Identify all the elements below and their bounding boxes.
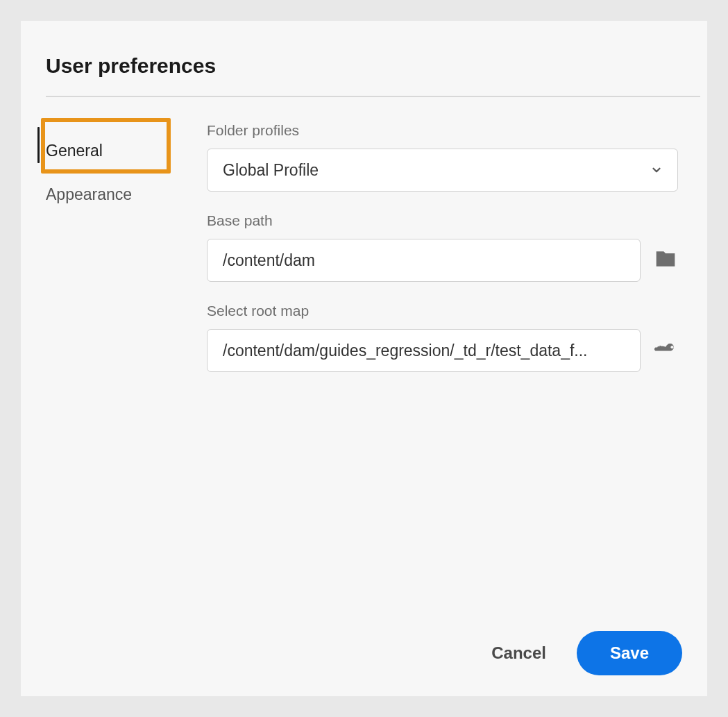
base-path-value: /content/dam: [223, 251, 315, 270]
browse-folder-button[interactable]: [653, 248, 678, 273]
save-button[interactable]: Save: [577, 631, 682, 675]
active-tab-indicator: [37, 127, 40, 163]
folder-profiles-value: Global Profile: [223, 161, 319, 180]
base-path-label: Base path: [207, 212, 678, 229]
root-map-group: Select root map /content/dam/guides_regr…: [207, 303, 678, 372]
sidebar: General Appearance: [28, 122, 173, 631]
root-map-label: Select root map: [207, 303, 678, 319]
sidebar-item-appearance[interactable]: Appearance: [46, 173, 173, 217]
dialog-content: General Appearance Folder profiles Globa…: [28, 122, 686, 631]
folder-profiles-group: Folder profiles Global Profile: [207, 122, 678, 192]
base-path-group: Base path /content/dam: [207, 212, 678, 282]
folder-profiles-select-wrap: Global Profile: [207, 149, 678, 192]
root-map-row: /content/dam/guides_regression/_td_r/tes…: [207, 329, 678, 372]
cancel-button[interactable]: Cancel: [484, 634, 553, 673]
folder-icon: [654, 248, 677, 273]
base-path-row: /content/dam: [207, 239, 678, 282]
dialog-title: User preferences: [46, 54, 686, 78]
folder-profiles-label: Folder profiles: [207, 122, 678, 139]
sidebar-item-general[interactable]: General: [46, 129, 173, 173]
base-path-input[interactable]: /content/dam: [207, 239, 641, 282]
user-preferences-dialog: User preferences General Appearance Fold…: [21, 21, 707, 696]
root-map-input[interactable]: /content/dam/guides_regression/_td_r/tes…: [207, 329, 641, 372]
key-icon: [654, 338, 677, 363]
sidebar-item-label: General: [46, 142, 103, 160]
root-map-key-button[interactable]: [653, 338, 678, 363]
folder-profiles-select[interactable]: Global Profile: [207, 149, 678, 192]
sidebar-item-label: Appearance: [46, 185, 132, 203]
main-panel: Folder profiles Global Profile Base path: [173, 122, 686, 631]
divider: [46, 96, 700, 97]
dialog-footer: Cancel Save: [28, 631, 686, 675]
root-map-value: /content/dam/guides_regression/_td_r/tes…: [223, 341, 588, 360]
